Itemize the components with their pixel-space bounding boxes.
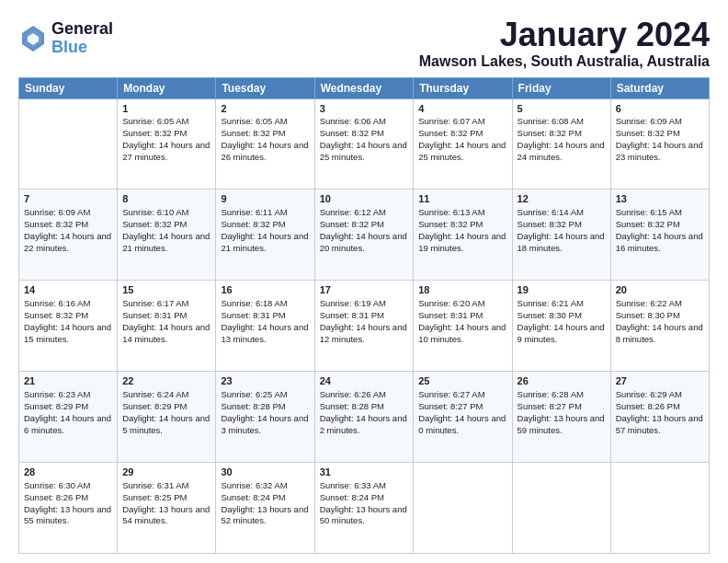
calendar-cell: 13Sunrise: 6:15 AMSunset: 8:32 PMDayligh…: [610, 190, 709, 281]
logo-icon: [18, 24, 48, 53]
day-number: 3: [320, 102, 409, 116]
calendar-cell: 23Sunrise: 6:25 AMSunset: 8:28 PMDayligh…: [216, 372, 314, 463]
calendar-cell: 9Sunrise: 6:11 AMSunset: 8:32 PMDaylight…: [216, 190, 314, 281]
calendar-body: 1Sunrise: 6:05 AMSunset: 8:32 PMDaylight…: [19, 98, 710, 553]
daylight-text: Daylight: 14 hours and 24 minutes.: [518, 140, 605, 162]
day-number: 26: [518, 374, 606, 388]
sunrise-text: Sunrise: 6:09 AM: [616, 116, 682, 126]
sunset-text: Sunset: 8:31 PM: [320, 310, 384, 320]
calendar-cell: 18Sunrise: 6:20 AMSunset: 8:31 PMDayligh…: [414, 281, 512, 372]
daylight-text: Daylight: 14 hours and 2 minutes.: [320, 413, 407, 435]
sunrise-text: Sunrise: 6:20 AM: [418, 298, 484, 308]
logo-text: General Blue: [51, 20, 113, 57]
weekday-sunday: Sunday: [19, 77, 118, 98]
day-number: 15: [122, 283, 210, 297]
title-block: January 2024 Mawson Lakes, South Austral…: [419, 17, 710, 70]
sunset-text: Sunset: 8:28 PM: [221, 401, 285, 411]
daylight-text: Daylight: 14 hours and 12 minutes.: [320, 322, 407, 344]
weekday-header-row: SundayMondayTuesdayWednesdayThursdayFrid…: [19, 77, 710, 98]
calendar-cell: [414, 463, 512, 554]
calendar-cell: 27Sunrise: 6:29 AMSunset: 8:26 PMDayligh…: [610, 372, 709, 463]
calendar-week-5: 28Sunrise: 6:30 AMSunset: 8:26 PMDayligh…: [19, 463, 710, 554]
daylight-text: Daylight: 14 hours and 19 minutes.: [418, 231, 506, 253]
day-number: 1: [122, 102, 210, 116]
sunset-text: Sunset: 8:32 PM: [418, 219, 483, 229]
calendar-cell: 16Sunrise: 6:18 AMSunset: 8:31 PMDayligh…: [216, 281, 314, 372]
logo-line1: General: [51, 20, 113, 39]
daylight-text: Daylight: 14 hours and 5 minutes.: [122, 413, 210, 435]
header: General Blue January 2024 Mawson Lakes, …: [18, 17, 710, 70]
sunrise-text: Sunrise: 6:26 AM: [320, 389, 386, 399]
sunset-text: Sunset: 8:26 PM: [24, 492, 88, 502]
sunrise-text: Sunrise: 6:09 AM: [24, 207, 90, 217]
sunset-text: Sunset: 8:32 PM: [616, 128, 680, 138]
day-number: 7: [24, 192, 112, 206]
sunrise-text: Sunrise: 6:18 AM: [221, 298, 287, 308]
day-number: 9: [221, 192, 309, 206]
calendar-cell: 17Sunrise: 6:19 AMSunset: 8:31 PMDayligh…: [314, 281, 414, 372]
sunrise-text: Sunrise: 6:06 AM: [320, 116, 386, 126]
day-number: 16: [221, 283, 309, 297]
sunrise-text: Sunrise: 6:31 AM: [122, 480, 188, 490]
sunset-text: Sunset: 8:27 PM: [518, 401, 582, 411]
sunrise-text: Sunrise: 6:23 AM: [24, 389, 90, 399]
sunrise-text: Sunrise: 6:24 AM: [122, 389, 188, 399]
day-number: 22: [122, 374, 210, 388]
day-number: 12: [518, 192, 606, 206]
location-title: Mawson Lakes, South Australia, Australia: [419, 53, 710, 70]
sunrise-text: Sunrise: 6:25 AM: [221, 389, 287, 399]
day-number: 19: [518, 283, 606, 297]
calendar-cell: 14Sunrise: 6:16 AMSunset: 8:32 PMDayligh…: [19, 281, 118, 372]
sunrise-text: Sunrise: 6:33 AM: [320, 480, 386, 490]
calendar-cell: 10Sunrise: 6:12 AMSunset: 8:32 PMDayligh…: [314, 190, 414, 281]
calendar-cell: 21Sunrise: 6:23 AMSunset: 8:29 PMDayligh…: [19, 372, 118, 463]
logo: General Blue: [18, 20, 113, 57]
calendar-cell: 15Sunrise: 6:17 AMSunset: 8:31 PMDayligh…: [118, 281, 216, 372]
calendar-cell: 2Sunrise: 6:05 AMSunset: 8:32 PMDaylight…: [216, 98, 314, 190]
daylight-text: Daylight: 13 hours and 54 minutes.: [122, 504, 210, 526]
calendar-cell: 11Sunrise: 6:13 AMSunset: 8:32 PMDayligh…: [414, 190, 512, 281]
sunrise-text: Sunrise: 6:14 AM: [518, 207, 584, 217]
sunrise-text: Sunrise: 6:28 AM: [518, 389, 584, 399]
daylight-text: Daylight: 14 hours and 10 minutes.: [418, 322, 506, 344]
sunset-text: Sunset: 8:32 PM: [122, 219, 187, 229]
sunrise-text: Sunrise: 6:27 AM: [418, 389, 484, 399]
sunrise-text: Sunrise: 6:05 AM: [122, 116, 188, 126]
sunset-text: Sunset: 8:30 PM: [616, 310, 680, 320]
daylight-text: Daylight: 14 hours and 0 minutes.: [418, 413, 506, 435]
daylight-text: Daylight: 14 hours and 14 minutes.: [122, 322, 210, 344]
daylight-text: Daylight: 14 hours and 25 minutes.: [418, 140, 506, 162]
calendar-cell: 3Sunrise: 6:06 AMSunset: 8:32 PMDaylight…: [314, 98, 414, 190]
daylight-text: Daylight: 14 hours and 26 minutes.: [221, 140, 308, 162]
day-number: 28: [24, 465, 112, 479]
day-number: 11: [418, 192, 506, 206]
day-number: 5: [518, 102, 606, 116]
daylight-text: Daylight: 13 hours and 57 minutes.: [616, 413, 703, 435]
logo-line2: Blue: [51, 38, 87, 56]
daylight-text: Daylight: 14 hours and 21 minutes.: [122, 231, 210, 253]
daylight-text: Daylight: 14 hours and 9 minutes.: [518, 322, 605, 344]
sunset-text: Sunset: 8:32 PM: [320, 128, 384, 138]
daylight-text: Daylight: 14 hours and 15 minutes.: [24, 322, 111, 344]
sunrise-text: Sunrise: 6:16 AM: [24, 298, 90, 308]
day-number: 20: [616, 283, 704, 297]
weekday-wednesday: Wednesday: [314, 77, 414, 98]
calendar-cell: 31Sunrise: 6:33 AMSunset: 8:24 PMDayligh…: [314, 463, 414, 554]
sunrise-text: Sunrise: 6:22 AM: [616, 298, 682, 308]
sunrise-text: Sunrise: 6:15 AM: [616, 207, 682, 217]
day-number: 29: [122, 465, 210, 479]
daylight-text: Daylight: 14 hours and 6 minutes.: [24, 413, 111, 435]
day-number: 6: [616, 102, 704, 116]
daylight-text: Daylight: 14 hours and 20 minutes.: [320, 231, 407, 253]
sunrise-text: Sunrise: 6:21 AM: [518, 298, 584, 308]
weekday-saturday: Saturday: [610, 77, 709, 98]
sunset-text: Sunset: 8:31 PM: [122, 310, 187, 320]
sunset-text: Sunset: 8:31 PM: [418, 310, 483, 320]
sunset-text: Sunset: 8:32 PM: [320, 219, 384, 229]
sunrise-text: Sunrise: 6:12 AM: [320, 207, 386, 217]
day-number: 14: [24, 283, 112, 297]
month-title: January 2024: [419, 17, 710, 53]
calendar-table: SundayMondayTuesdayWednesdayThursdayFrid…: [18, 77, 710, 554]
sunrise-text: Sunrise: 6:10 AM: [122, 207, 188, 217]
day-number: 4: [418, 102, 506, 116]
